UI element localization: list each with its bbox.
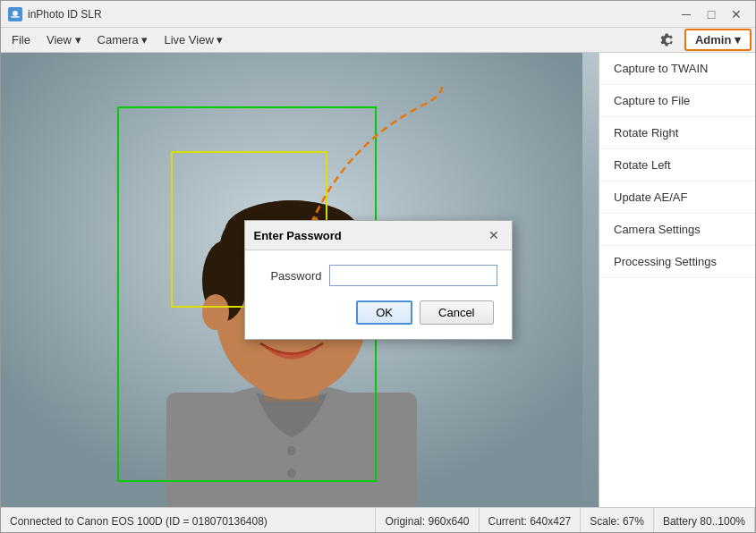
cancel-button[interactable]: Cancel <box>420 300 493 325</box>
status-scale: Scale: 67% <box>581 508 654 533</box>
menu-camera[interactable]: Camera ▾ <box>90 30 156 49</box>
modal-overlay: Enter Password ✕ Password OK Cancel <box>1 53 755 507</box>
minimize-button[interactable]: ─ <box>675 5 698 23</box>
svg-rect-1 <box>11 16 20 18</box>
ok-button[interactable]: OK <box>356 300 412 325</box>
modal-close-button[interactable]: ✕ <box>485 226 503 244</box>
password-dialog: Enter Password ✕ Password OK Cancel <box>244 220 513 340</box>
app-icon <box>8 7 22 21</box>
password-field-row: Password <box>259 265 497 286</box>
status-battery: Battery 80..100% <box>654 508 755 533</box>
settings-icon[interactable] <box>658 30 679 51</box>
password-label: Password <box>259 269 322 283</box>
app-title: inPhoto ID SLR <box>28 8 675 21</box>
menu-view[interactable]: View ▾ <box>39 30 89 49</box>
modal-title-bar: Enter Password ✕ <box>245 221 512 250</box>
modal-title: Enter Password <box>254 229 342 242</box>
menu-bar: File View ▾ Camera ▾ Live View ▾ Admin ▾ <box>1 28 755 53</box>
main-content: Capture to TWAIN Capture to File Rotate … <box>1 53 755 507</box>
status-bar: Connected to Canon EOS 100D (ID = 018070… <box>1 507 755 533</box>
menu-live-view[interactable]: Live View ▾ <box>157 30 230 49</box>
close-button[interactable]: ✕ <box>725 5 748 23</box>
modal-buttons: OK Cancel <box>259 300 497 328</box>
svg-point-0 <box>13 11 18 16</box>
modal-body: Password OK Cancel <box>245 250 512 339</box>
menu-file[interactable]: File <box>4 30 38 49</box>
status-original: Original: 960x640 <box>376 508 479 533</box>
admin-button[interactable]: Admin ▾ <box>684 29 752 51</box>
status-current: Current: 640x427 <box>480 508 582 533</box>
title-bar: inPhoto ID SLR ─ □ ✕ <box>1 1 755 28</box>
maximize-button[interactable]: □ <box>700 5 723 23</box>
status-connection: Connected to Canon EOS 100D (ID = 018070… <box>1 508 376 533</box>
password-input[interactable] <box>329 265 497 286</box>
window-controls: ─ □ ✕ <box>675 5 748 23</box>
